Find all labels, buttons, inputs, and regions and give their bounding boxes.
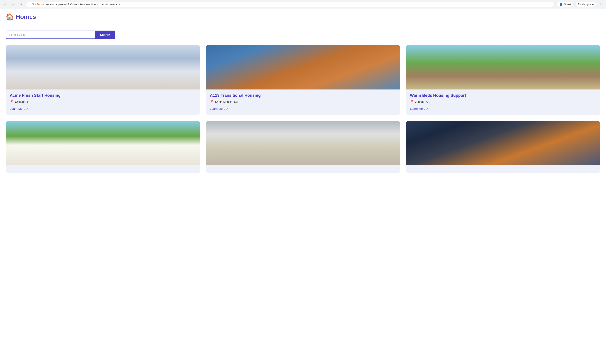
card-body-2: A113 Transitional Housing📍Santa Monica, …	[206, 90, 400, 115]
card-body-5	[206, 165, 400, 173]
learn-more-link-1[interactable]: Learn More >	[10, 107, 28, 110]
home-logo-icon: 🏠	[6, 13, 14, 21]
card-image-6	[406, 121, 600, 165]
logo-text: Homes	[16, 13, 36, 20]
search-input[interactable]	[6, 31, 95, 39]
card-city-1: Chicago, IL	[15, 100, 29, 104]
card-image-2	[206, 45, 400, 90]
card-title-2: A113 Transitional Housing	[210, 93, 396, 98]
card-image-5	[206, 121, 400, 165]
card-title-3: Warm Beds Housing Support	[410, 93, 596, 98]
forward-button[interactable]: →	[10, 2, 16, 7]
not-secure-label: Not Secure	[32, 3, 44, 6]
guest-avatar-icon: 👤	[559, 3, 563, 6]
logo-link[interactable]: 🏠 Homes	[6, 13, 36, 21]
card-body-4	[6, 165, 200, 173]
card-location-2: 📍Santa Monica, CA	[210, 100, 396, 104]
card-body-6	[406, 165, 600, 173]
search-button[interactable]: Search	[95, 31, 115, 39]
pin-icon-2: 📍	[210, 100, 214, 104]
card-image-3	[406, 45, 600, 90]
card-location-1: 📍Chicago, IL	[10, 100, 196, 104]
search-row: Search	[6, 31, 115, 39]
warning-icon: ⚠	[28, 3, 30, 6]
app-header: 🏠 Homes	[0, 9, 606, 25]
card-body-3: Warm Beds Housing Support📍Juneau, AKLear…	[406, 90, 600, 115]
card-city-3: Juneau, AK	[415, 100, 430, 104]
browser-chrome: ← → ↻ ⚠ Not Secure angular-app-aws-s3.s3…	[0, 0, 606, 9]
search-section: Search	[0, 25, 606, 43]
browser-right-controls: 👤 Guest Finish update ⋮	[557, 2, 604, 7]
card-location-3: 📍Juneau, AK	[410, 100, 596, 104]
more-options-button[interactable]: ⋮	[598, 2, 604, 7]
card-title-1: Acme Fresh Start Housing	[10, 93, 196, 98]
card-city-2: Santa Monica, CA	[215, 100, 238, 104]
housing-card-4	[6, 121, 200, 173]
housing-card-1: Acme Fresh Start Housing📍Chicago, ILLear…	[6, 45, 200, 115]
reload-button[interactable]: ↻	[18, 2, 24, 7]
learn-more-link-3[interactable]: Learn More >	[410, 107, 428, 110]
pin-icon-1: 📍	[10, 100, 14, 104]
back-button[interactable]: ←	[2, 2, 8, 7]
card-image-4	[6, 121, 200, 165]
guest-button[interactable]: 👤 Guest	[557, 2, 574, 7]
housing-card-6	[406, 121, 600, 173]
cards-grid: Acme Fresh Start Housing📍Chicago, ILLear…	[0, 43, 606, 182]
housing-card-5	[206, 121, 400, 173]
card-image-1	[6, 45, 200, 90]
learn-more-link-2[interactable]: Learn More >	[210, 107, 228, 110]
pin-icon-3: 📍	[410, 100, 414, 104]
finish-update-button[interactable]: Finish update	[575, 2, 596, 7]
guest-label: Guest	[564, 3, 571, 6]
housing-card-2: A113 Transitional Housing📍Santa Monica, …	[206, 45, 400, 115]
address-bar[interactable]: ⚠ Not Secure angular-app-aws-s3.s3-websi…	[26, 2, 555, 7]
housing-card-3: Warm Beds Housing Support📍Juneau, AKLear…	[406, 45, 600, 115]
url-text: angular-app-aws-s3.s3-website-ap-southea…	[46, 3, 121, 6]
card-body-1: Acme Fresh Start Housing📍Chicago, ILLear…	[6, 90, 200, 115]
